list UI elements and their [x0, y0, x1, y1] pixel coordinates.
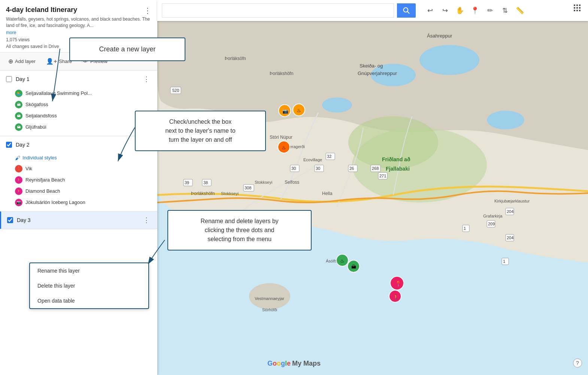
svg-text:📷: 📷: [282, 108, 289, 114]
svg-text:Stóri Núpur: Stóri Núpur: [270, 135, 293, 140]
layer-section-day3: Day 3 ⋮: [0, 212, 157, 229]
annotation-rename-text: Rename and delete layers byclicking the …: [200, 218, 278, 242]
svg-text:Stokkseyi: Stokkseyi: [255, 180, 272, 184]
directions-button[interactable]: ⇅: [498, 4, 512, 17]
item-icon-vik: 📍: [15, 165, 22, 172]
svg-text:Gnúpverjahreppur: Gnúpverjahreppur: [358, 70, 397, 76]
add-layer-icon: ⊕: [8, 58, 13, 65]
undo-button[interactable]: ↩: [423, 4, 437, 17]
svg-text:Stokkseyi: Stokkseyi: [221, 191, 239, 196]
svg-text:38: 38: [203, 180, 208, 185]
context-menu-delete-label: Delete this layer: [37, 283, 75, 289]
svg-text:1: 1: [503, 259, 505, 264]
layer-name-day3: Day 3: [17, 217, 142, 223]
svg-rect-78: [574, 10, 575, 11]
svg-text:Kirkjubæjarklaustur: Kirkjubæjarklaustur: [494, 199, 530, 203]
svg-text:209: 209: [488, 222, 495, 226]
grid-icon[interactable]: [573, 4, 582, 15]
svg-rect-77: [579, 7, 581, 9]
item-label: Skógafoss: [25, 102, 48, 107]
annotation-toggle-layer: Check/uncheck the boxnext to the layer's…: [135, 111, 266, 151]
search-icon: [403, 7, 410, 14]
annotation-arrow-rename: [146, 240, 169, 270]
add-layer-label: Add layer: [15, 58, 36, 64]
svg-rect-79: [576, 10, 578, 11]
item-icon-jokulsarlon: 📷: [15, 199, 22, 206]
item-icon-gljufrabui: 🏔: [15, 123, 22, 131]
annotation-rename-delete: Rename and delete layers byclicking the …: [167, 210, 312, 250]
svg-text:🏔: 🏔: [351, 264, 356, 270]
item-label: Seljalandsfoss: [25, 113, 57, 118]
svg-rect-72: [574, 4, 575, 6]
measure-button[interactable]: 📏: [513, 4, 527, 17]
search-input[interactable]: [162, 3, 394, 18]
annotation-arrow-create: [49, 49, 86, 109]
svg-text:Ecovillage: Ecovillage: [303, 158, 322, 162]
svg-text:Skeiða- og: Skeiða- og: [360, 63, 383, 69]
item-label: Vik: [25, 166, 32, 171]
hand-tool-button[interactable]: ✋: [453, 4, 467, 17]
svg-text:204: 204: [507, 236, 513, 240]
more-link[interactable]: more: [6, 30, 16, 35]
map-footer: Google My Maps: [267, 360, 321, 368]
search-button[interactable]: [397, 3, 416, 18]
svg-text:Selfoss: Selfoss: [285, 180, 299, 185]
context-menu-rename[interactable]: Rename this layer: [30, 263, 148, 278]
annotation-create-layer: Create a new layer: [69, 38, 185, 61]
layer-three-dots-day1[interactable]: ⋮: [142, 74, 151, 84]
svg-text:520: 520: [172, 88, 179, 93]
svg-rect-74: [579, 4, 581, 6]
svg-text:26: 26: [349, 166, 354, 171]
svg-point-4: [419, 45, 479, 75]
item-icon-swimming: 🏊: [15, 90, 22, 97]
context-menu-delete[interactable]: Delete this layer: [30, 278, 148, 293]
help-button[interactable]: ?: [573, 358, 582, 368]
mymaps-label: My Maps: [292, 360, 321, 368]
style-icon: 🖌: [15, 155, 20, 161]
layer-checkbox-day3[interactable]: [7, 217, 13, 223]
individual-styles-label: Individual styles: [22, 155, 57, 160]
layer-header-day3: Day 3 ⋮: [0, 212, 157, 229]
help-icon-label: ?: [576, 360, 579, 366]
svg-text:Þorlákshöfn: Þorlákshöfn: [191, 191, 215, 196]
context-menu: Rename this layer Delete this layer Open…: [29, 262, 149, 309]
svg-rect-76: [576, 7, 578, 9]
item-icon-skogafoss: 🏔: [15, 101, 22, 108]
svg-text:268: 268: [372, 166, 379, 171]
context-menu-open-table[interactable]: Open data table: [30, 293, 148, 308]
svg-text:♨: ♨: [340, 258, 345, 264]
svg-text:271: 271: [379, 174, 386, 178]
svg-text:Vestmannaeyjar: Vestmannaeyjar: [255, 296, 284, 301]
layer-checkbox-day2[interactable]: [6, 142, 12, 148]
draw-line-button[interactable]: ✏: [483, 4, 497, 17]
top-toolbar: ↩ ↪ ✋ 📍 ✏ ⇅ 📏: [157, 0, 588, 21]
svg-text:30: 30: [316, 166, 320, 171]
list-item: 🚶 Reynisfjara Beach: [15, 174, 151, 186]
item-label: Diamond Beach: [25, 188, 60, 194]
add-layer-button[interactable]: ⊕ Add layer: [6, 56, 38, 66]
item-icon-reynisfjara: 🚶: [15, 176, 22, 184]
header-three-dots[interactable]: ⋮: [144, 6, 151, 15]
list-item: 🏔 Seljalandsfoss: [15, 110, 151, 122]
google-logo: Google: [267, 360, 291, 368]
item-icon-diamond: 🚶: [15, 188, 22, 195]
svg-text:🚶: 🚶: [393, 294, 399, 300]
svg-point-6: [487, 111, 524, 129]
annotation-arrow-toggle: [116, 128, 139, 165]
layer-checkbox-day1[interactable]: [6, 76, 12, 82]
panel-description: Waterfalls, geysers, hot springs, volcan…: [6, 16, 151, 29]
svg-text:308: 308: [245, 186, 251, 190]
pin-button[interactable]: 📍: [468, 4, 482, 17]
svg-text:Friðland að: Friðland að: [382, 156, 410, 162]
list-item: 🚶 Diamond Beach: [15, 186, 151, 197]
svg-rect-75: [574, 7, 575, 9]
panel-title: 4-day Iceland Itinerary: [6, 6, 151, 14]
svg-text:Grafarkirja: Grafarkirja: [483, 214, 503, 218]
layer-three-dots-day3[interactable]: ⋮: [142, 215, 151, 225]
svg-text:Fjallabaki: Fjallabaki: [386, 166, 410, 172]
redo-button[interactable]: ↪: [438, 4, 452, 17]
svg-text:39: 39: [185, 180, 189, 185]
svg-rect-80: [579, 10, 581, 11]
svg-text:♨: ♨: [297, 108, 301, 113]
svg-text:204: 204: [507, 209, 513, 214]
